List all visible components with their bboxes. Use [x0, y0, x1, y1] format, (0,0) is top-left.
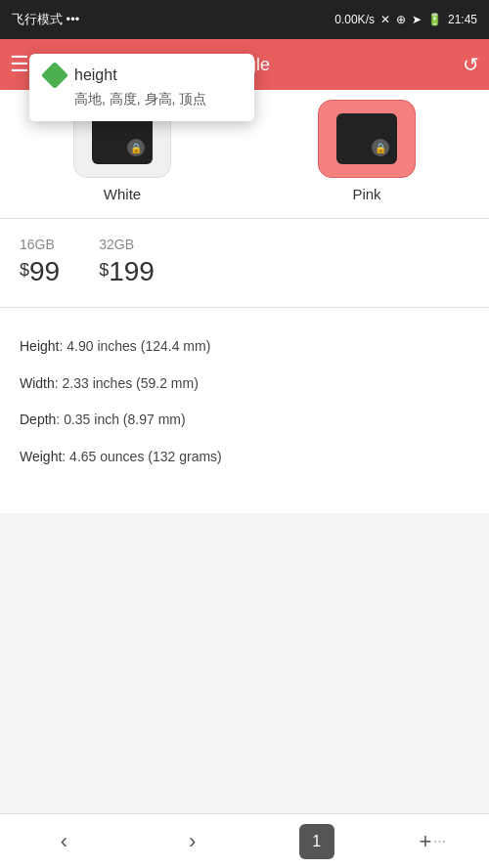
status-left: 飞行模式 ••• [12, 11, 79, 28]
spec-label-height: Height [20, 338, 59, 354]
lock-icon-white: 🔒 [127, 139, 145, 156]
spec-row-width: Width: 2.33 inches (59.2 mm) [20, 374, 469, 394]
add-extra-icon: ⋯ [433, 834, 446, 848]
add-icon: + [420, 829, 432, 854]
tooltip-word: height [74, 66, 117, 84]
signal-icon: ✕ [380, 13, 390, 26]
forward-button[interactable]: › [171, 820, 214, 863]
spec-row-height: Height: 4.90 inches (124.4 mm) [20, 337, 469, 357]
battery-icon: 🔋 [427, 13, 442, 26]
specs-section: Height: 4.90 inches (124.4 mm) Width: 2.… [0, 308, 489, 513]
status-time: 21:45 [448, 13, 477, 26]
status-bar: 飞行模式 ••• 0.00K/s ✕ ⊕ ➤ 🔋 21:45 [0, 0, 489, 39]
phone-image-pink: 🔒 [318, 100, 416, 178]
spec-label-width: Width [20, 375, 55, 391]
phone-screen-pink: 🔒 [336, 113, 397, 164]
spec-label-weight: Weight [20, 449, 62, 464]
back-button[interactable]: ‹ [43, 820, 86, 863]
lock-icon-pink: 🔒 [372, 139, 389, 156]
color-label-pink: Pink [352, 186, 380, 202]
price-item-16gb[interactable]: 16GB $99 [20, 237, 60, 287]
price-section: 16GB $99 32GB $199 [0, 219, 489, 308]
spec-label-depth: Depth [20, 412, 56, 427]
storage-32gb: 32GB [99, 237, 155, 252]
tooltip-popup: height 高地, 高度, 身高, 顶点 [29, 54, 254, 121]
radio-icon: ⊕ [396, 13, 406, 26]
status-mode: 飞行模式 ••• [12, 11, 79, 28]
spec-value-weight: 4.65 ounces (132 grams) [69, 449, 222, 464]
color-label-white: White [104, 186, 141, 202]
price-item-32gb[interactable]: 32GB $199 [99, 237, 155, 287]
airplane-icon: ➤ [412, 13, 422, 26]
main-content: 🔒 White 🔒 Pink 16GB $99 32GB $199 [0, 90, 489, 513]
spec-value-width: 2.33 inches (59.2 mm) [63, 375, 199, 391]
spec-value-height: 4.90 inches (124.4 mm) [67, 338, 210, 354]
dollar-sign-32gb: $ [99, 260, 109, 280]
tooltip-header: height [45, 65, 239, 85]
tooltip-meanings: 高地, 高度, 身高, 顶点 [74, 89, 239, 109]
bottom-nav: ‹ › 1 + ⋯ [0, 813, 489, 868]
status-speed: 0.00K/s [334, 13, 375, 26]
color-item-pink[interactable]: 🔒 Pink [244, 100, 489, 202]
spec-row-weight: Weight: 4.65 ounces (132 grams) [20, 448, 469, 467]
menu-icon[interactable]: ☰ [10, 52, 29, 77]
price-16gb: $99 [20, 256, 60, 287]
tooltip-diamond-icon [41, 62, 68, 89]
spec-row-depth: Depth: 0.35 inch (8.97 mm) [20, 411, 469, 430]
storage-16gb: 16GB [20, 237, 60, 252]
dollar-sign-16gb: $ [20, 260, 29, 280]
page-number: 1 [299, 824, 334, 859]
price-32gb: $199 [99, 256, 155, 287]
spec-value-depth: 0.35 inch (8.97 mm) [64, 412, 186, 427]
add-button[interactable]: + ⋯ [420, 829, 447, 854]
refresh-icon[interactable]: ↺ [463, 53, 479, 76]
status-right: 0.00K/s ✕ ⊕ ➤ 🔋 21:45 [334, 13, 477, 26]
